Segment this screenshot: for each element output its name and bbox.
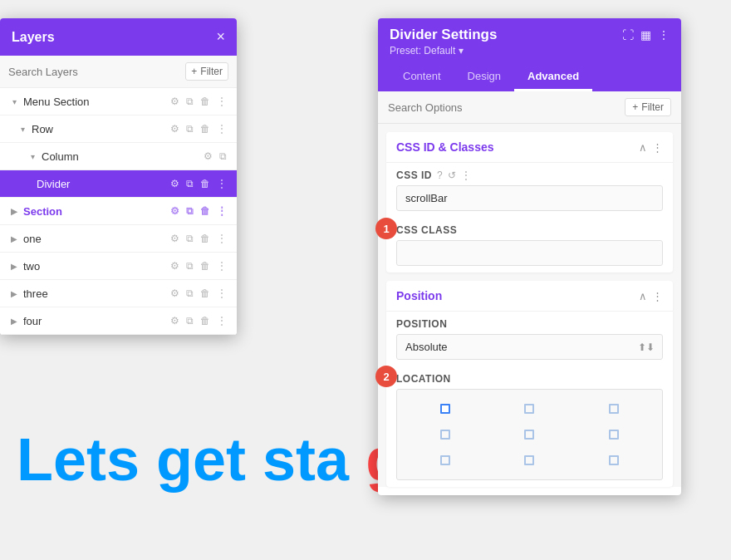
location-dot-bot-right[interactable]	[572, 449, 655, 473]
settings-search-input[interactable]	[388, 101, 618, 114]
layout-icon[interactable]: ▦	[640, 28, 651, 42]
layer-name-divider: Divider	[37, 178, 169, 190]
layer-item-four[interactable]: ▶ four ⚙ ⧉ 🗑 ⋮	[0, 307, 237, 335]
layer-actions-menu-section: ⚙ ⧉ 🗑 ⋮	[169, 94, 228, 109]
layer-item-column[interactable]: ▾ Column ⚙ ⧉	[0, 143, 237, 170]
settings-icon-one[interactable]: ⚙	[169, 231, 181, 246]
expand-icon-column: ▾	[27, 150, 38, 162]
tab-advanced[interactable]: Advanced	[514, 63, 592, 91]
css-id-reset-icon[interactable]: ↺	[448, 169, 456, 181]
copy-icon-section[interactable]: ⧉	[184, 204, 195, 219]
location-dot-top-center[interactable]	[488, 396, 572, 420]
settings-icon-row[interactable]: ⚙	[169, 121, 181, 136]
layers-close-button[interactable]: ×	[216, 28, 225, 46]
copy-icon-four[interactable]: ⧉	[184, 313, 195, 328]
expand-icon-section: ▶	[8, 205, 20, 217]
layer-actions-four: ⚙ ⧉ 🗑 ⋮	[169, 313, 228, 328]
delete-icon-three[interactable]: 🗑	[199, 286, 212, 301]
layer-item-two[interactable]: ▶ two ⚙ ⧉ 🗑 ⋮	[0, 253, 237, 280]
expand-icon-four: ▶	[8, 315, 20, 327]
location-dot-bot-center[interactable]	[488, 449, 572, 473]
layer-actions-divider: ⚙ ⧉ 🗑 ⋮	[169, 176, 228, 191]
more-icon-divider[interactable]: ⋮	[215, 176, 228, 191]
layer-name-section: Section	[23, 205, 169, 218]
expand-panel-icon[interactable]: ⛶	[622, 28, 634, 42]
layers-filter-button[interactable]: + Filter	[185, 62, 228, 81]
location-dot-inner-mid-left	[440, 430, 450, 440]
copy-icon-one[interactable]: ⧉	[184, 231, 195, 246]
layer-item-menu-section[interactable]: ▾ Menu Section ⚙ ⧉ 🗑 ⋮	[0, 88, 237, 115]
tab-content[interactable]: Content	[390, 63, 454, 91]
layer-item-section[interactable]: ▶ Section ⚙ ⧉ 🗑 ⋮	[0, 198, 237, 225]
css-class-label: CSS Class	[396, 224, 457, 236]
location-dot-bot-left[interactable]	[404, 449, 487, 473]
location-dot-inner-mid-right	[609, 430, 619, 440]
more-position-section-icon[interactable]: ⋮	[652, 290, 663, 302]
settings-filter-button[interactable]: + Filter	[625, 98, 671, 116]
copy-icon-row[interactable]: ⧉	[184, 121, 195, 136]
css-id-classes-section: CSS ID & Classes ∧ ⋮ CSS ID ? ↺ ⋮	[386, 132, 673, 273]
delete-icon-four[interactable]: 🗑	[199, 313, 212, 328]
layer-actions-two: ⚙ ⧉ 🗑 ⋮	[169, 258, 228, 273]
location-dot-mid-center[interactable]	[488, 422, 572, 446]
copy-icon-divider[interactable]: ⧉	[184, 176, 195, 191]
delete-icon-section[interactable]: 🗑	[199, 204, 212, 219]
css-id-label: CSS ID	[396, 169, 432, 181]
delete-icon-one[interactable]: 🗑	[199, 231, 212, 246]
css-id-classes-header: CSS ID & Classes ∧ ⋮	[386, 132, 673, 163]
css-id-help-icon[interactable]: ?	[437, 169, 443, 181]
more-icon-row[interactable]: ⋮	[215, 121, 228, 136]
css-class-input[interactable]	[396, 240, 663, 266]
layer-item-row[interactable]: ▾ Row ⚙ ⧉ 🗑 ⋮	[0, 115, 237, 143]
badge-2: 2	[375, 366, 397, 387]
collapse-css-section-icon[interactable]: ∧	[639, 141, 647, 154]
position-section-title: Position	[396, 289, 442, 302]
css-id-input[interactable]	[396, 185, 663, 211]
more-icon-one[interactable]: ⋮	[215, 231, 228, 246]
layer-item-three[interactable]: ▶ three ⚙ ⧉ 🗑 ⋮	[0, 280, 237, 307]
collapse-position-section-icon[interactable]: ∧	[639, 290, 647, 302]
settings-icon-section[interactable]: ⚙	[169, 204, 181, 219]
more-icon-section[interactable]: ⋮	[215, 204, 228, 219]
delete-icon-divider[interactable]: 🗑	[199, 176, 212, 191]
layer-item-divider[interactable]: Divider ⚙ ⧉ 🗑 ⋮	[0, 170, 237, 198]
location-dot-mid-left[interactable]	[404, 422, 487, 446]
settings-filter-label: Filter	[641, 101, 664, 113]
more-options-icon[interactable]: ⋮	[658, 28, 670, 42]
location-dot-mid-right[interactable]	[572, 422, 655, 446]
position-section-controls: ∧ ⋮	[639, 290, 663, 302]
copy-icon-menu-section[interactable]: ⧉	[184, 94, 195, 109]
layer-name-three: three	[23, 287, 169, 300]
location-dot-top-left[interactable]	[404, 396, 487, 420]
tab-design[interactable]: Design	[454, 63, 514, 91]
more-icon-four[interactable]: ⋮	[215, 313, 228, 328]
settings-icon-divider[interactable]: ⚙	[169, 176, 181, 191]
layer-name-one: one	[23, 233, 169, 245]
copy-icon-three[interactable]: ⧉	[184, 286, 195, 301]
location-dot-top-right[interactable]	[572, 396, 655, 420]
delete-icon-two[interactable]: 🗑	[199, 258, 212, 273]
copy-icon-two[interactable]: ⧉	[184, 258, 195, 273]
settings-preset[interactable]: Preset: Default ▾	[390, 45, 670, 56]
more-icon-three[interactable]: ⋮	[215, 286, 228, 301]
settings-icon-four[interactable]: ⚙	[169, 313, 181, 328]
layer-name-row: Row	[32, 123, 169, 135]
layer-actions-column: ⚙ ⧉	[202, 149, 228, 164]
settings-icon-two[interactable]: ⚙	[169, 258, 181, 273]
more-icon-two[interactable]: ⋮	[215, 258, 228, 273]
settings-icon-three[interactable]: ⚙	[169, 286, 181, 301]
delete-icon-menu-section[interactable]: 🗑	[199, 94, 212, 109]
settings-icon-column[interactable]: ⚙	[202, 149, 214, 164]
layers-search-input[interactable]	[8, 66, 179, 78]
position-select[interactable]: Default Absolute Fixed Relative	[396, 334, 663, 360]
layer-item-one[interactable]: ▶ one ⚙ ⧉ 🗑 ⋮	[0, 225, 237, 253]
css-id-more-icon[interactable]: ⋮	[461, 169, 471, 181]
settings-icon-menu-section[interactable]: ⚙	[169, 94, 181, 109]
css-class-label-row: CSS Class	[396, 224, 663, 236]
more-icon-menu-section[interactable]: ⋮	[215, 94, 228, 109]
delete-icon-row[interactable]: 🗑	[199, 121, 212, 136]
copy-icon-column[interactable]: ⧉	[218, 149, 228, 164]
location-dot-inner-bot-center	[524, 455, 534, 465]
location-dot-inner-top-right	[609, 404, 619, 414]
more-css-section-icon[interactable]: ⋮	[652, 141, 663, 154]
